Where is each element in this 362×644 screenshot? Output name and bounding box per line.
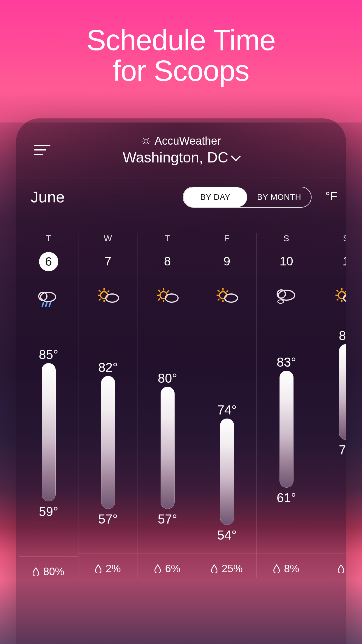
temp-bar bbox=[339, 344, 346, 440]
precip-row: 25% bbox=[197, 554, 256, 575]
forecast-day[interactable]: W 7 82° 57° 2% bbox=[78, 233, 138, 578]
raindrop-icon bbox=[154, 564, 161, 573]
forecast-day[interactable]: S 10 83° 61° 8% bbox=[257, 233, 316, 578]
toggle-by-month[interactable]: BY MONTH bbox=[247, 187, 311, 207]
location-selector[interactable]: Washington, DC bbox=[123, 149, 239, 166]
app-screen: AccuWeather Washington, DC June BY DAY B… bbox=[16, 118, 346, 644]
forecast-day[interactable]: F 9 74° 54° 25% bbox=[197, 233, 257, 578]
high-temp: 80° bbox=[138, 371, 197, 386]
temp-range: 74° 54° bbox=[197, 327, 256, 548]
unit-toggle[interactable]: °F bbox=[326, 190, 337, 203]
day-of-week: S bbox=[257, 233, 316, 243]
temp-bar bbox=[280, 371, 294, 488]
svg-point-0 bbox=[144, 139, 148, 143]
view-toggle: BY DAY BY MONTH bbox=[183, 187, 312, 208]
precip-row: 80% bbox=[19, 556, 78, 578]
raindrop-icon bbox=[338, 564, 344, 573]
temp-range: 83° 61° bbox=[257, 327, 316, 548]
partly-sunny-icon bbox=[154, 285, 181, 306]
raindrop-icon bbox=[273, 564, 280, 573]
precip-row: 8% bbox=[257, 554, 316, 575]
precip-value: 25% bbox=[222, 563, 242, 575]
temp-range: 85° 59° bbox=[19, 330, 78, 551]
precip-value: 2% bbox=[106, 563, 121, 575]
precip-value: 8% bbox=[284, 563, 299, 575]
day-number: 1 bbox=[316, 254, 346, 268]
svg-line-6 bbox=[148, 143, 149, 144]
forecast-day[interactable]: T 6 85° 59° 80% bbox=[19, 233, 78, 578]
location-text: Washington, DC bbox=[123, 149, 228, 166]
chevron-down-icon bbox=[231, 151, 241, 161]
low-temp: 70 bbox=[316, 443, 346, 457]
svg-line-5 bbox=[143, 138, 144, 139]
temp-range: 82° 57° bbox=[78, 327, 138, 548]
raindrop-icon bbox=[211, 564, 217, 573]
forecast-day[interactable]: T 8 80° 57° 6% bbox=[138, 233, 197, 578]
raindrop-icon bbox=[33, 567, 39, 576]
day-number: 9 bbox=[197, 254, 256, 268]
precip-value: 80% bbox=[43, 566, 64, 578]
temp-range: 88 70 bbox=[316, 327, 346, 548]
raindrop-icon bbox=[95, 564, 101, 573]
day-of-week: T bbox=[19, 233, 78, 243]
high-temp: 74° bbox=[197, 403, 256, 417]
high-temp: 88 bbox=[316, 328, 346, 343]
low-temp: 59° bbox=[19, 504, 78, 519]
day-number-today: 6 bbox=[39, 252, 58, 271]
day-of-week: F bbox=[197, 233, 256, 243]
high-temp: 83° bbox=[257, 355, 316, 370]
precip-value: 6% bbox=[165, 563, 180, 575]
partly-sunny-icon bbox=[333, 285, 346, 306]
svg-line-8 bbox=[143, 143, 144, 144]
day-number: 10 bbox=[257, 254, 316, 268]
day-of-week: S bbox=[316, 233, 346, 243]
headline-line1: Schedule Time bbox=[87, 24, 275, 56]
rain-icon bbox=[36, 288, 62, 309]
precip-row: 1 bbox=[316, 554, 346, 575]
brand-text: AccuWeather bbox=[154, 135, 221, 147]
low-temp: 54° bbox=[197, 528, 256, 542]
day-of-week: T bbox=[138, 233, 197, 243]
low-temp: 61° bbox=[257, 491, 316, 505]
day-number: 7 bbox=[78, 254, 138, 268]
forecast-day[interactable]: S 1 88 70 1 bbox=[316, 233, 346, 578]
high-temp: 85° bbox=[19, 347, 78, 362]
headline-line2: for Scoops bbox=[113, 54, 249, 87]
temp-bar bbox=[220, 419, 234, 525]
day-number: 8 bbox=[138, 254, 197, 268]
partly-sunny-icon bbox=[95, 285, 121, 306]
temp-bar bbox=[161, 387, 175, 509]
partly-sunny-icon bbox=[214, 285, 240, 306]
forecast-days[interactable]: T 6 85° 59° 80% W 7 82° 57° 2% T 8 bbox=[16, 233, 346, 578]
month-label: June bbox=[31, 188, 65, 206]
precip-row: 2% bbox=[78, 554, 138, 575]
promo-headline: Schedule Time for Scoops bbox=[0, 25, 362, 86]
low-temp: 57° bbox=[78, 512, 138, 526]
low-temp: 57° bbox=[138, 512, 197, 526]
brand-logo: AccuWeather bbox=[123, 135, 239, 147]
app-bar: AccuWeather Washington, DC bbox=[16, 118, 346, 178]
svg-line-7 bbox=[148, 138, 149, 139]
cloudy-icon bbox=[273, 285, 300, 306]
menu-icon[interactable] bbox=[34, 145, 50, 156]
sun-logo-icon bbox=[141, 136, 151, 146]
precip-row: 6% bbox=[138, 554, 197, 575]
high-temp: 82° bbox=[78, 360, 138, 375]
temp-range: 80° 57° bbox=[138, 327, 197, 548]
day-of-week: W bbox=[78, 233, 138, 243]
temp-bar bbox=[101, 376, 115, 509]
toggle-by-day[interactable]: BY DAY bbox=[183, 187, 247, 207]
temp-bar bbox=[42, 363, 56, 501]
